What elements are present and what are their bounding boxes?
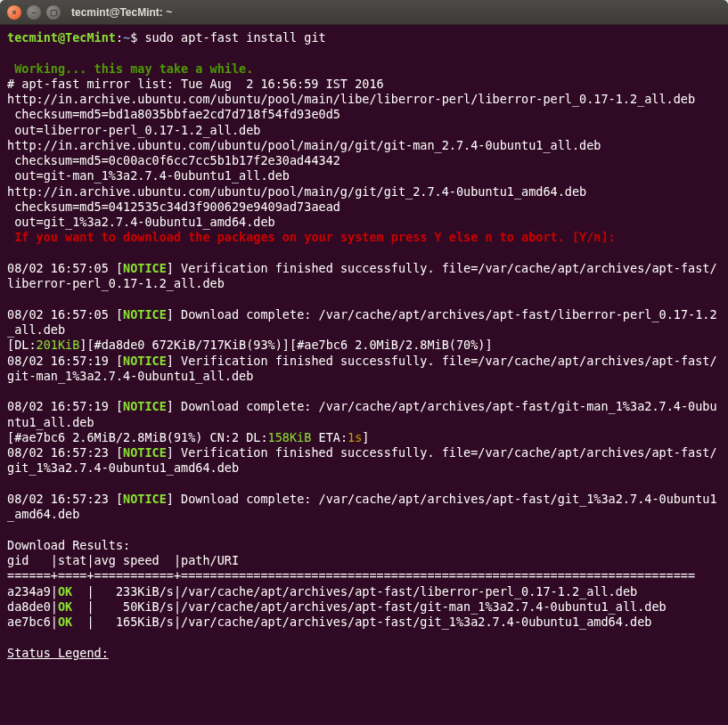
working-line: Working... this may take a while. (7, 61, 253, 76)
row-3-status: OK (58, 615, 72, 629)
url-2: http://in.archive.ubuntu.com/ubuntu/pool… (7, 138, 601, 152)
terminal-window: × – ▢ tecmint@TecMint: ~ tecmint@TecMint… (0, 0, 728, 725)
results-columns: gid |stat|avg speed |path/URI (7, 553, 239, 567)
notice-label: NOTICE (123, 399, 167, 413)
results-header: Download Results: (7, 538, 130, 552)
progress-1-post: ][#da8de0 672KiB/717KiB(93%)][#ae7bc6 2.… (79, 338, 492, 352)
out-3: out=git_1%3a2.7.4-0ubuntu1_amd64.deb (7, 215, 275, 229)
row-1-gid: a234a9| (7, 584, 58, 599)
window-title: tecmint@TecMint: ~ (71, 6, 172, 19)
progress-2-mid: ETA: (311, 430, 348, 444)
mirror-list-line: # apt-fast mirror list: Tue Aug 2 16:56:… (7, 77, 384, 91)
progress-2-pre: [#ae7bc6 2.6MiB/2.8MiB(91%) CN:2 DL: (7, 430, 268, 444)
progress-2-dl: 158KiB (268, 430, 312, 444)
progress-2-eta: 1s (348, 430, 362, 444)
notice-label: NOTICE (123, 307, 167, 322)
checksum-2: checksum=md5=0c00ac0f6cc7cc5b1b17f2e30ad… (7, 153, 340, 167)
ts-6: 08/02 16:57:23 [ (7, 492, 123, 506)
notice-label: NOTICE (123, 445, 167, 460)
notice-label: NOTICE (123, 492, 167, 506)
ts-4: 08/02 16:57:19 [ (7, 399, 123, 413)
row-2-gid: da8de0| (7, 599, 58, 614)
url-3: http://in.archive.ubuntu.com/ubuntu/pool… (7, 184, 586, 199)
row-1-status: OK (58, 584, 72, 599)
confirm-prompt: If you want to download the packages on … (7, 230, 616, 244)
terminal-body[interactable]: tecmint@TecMint:~$ sudo apt-fast install… (0, 25, 728, 725)
row-2-status: OK (58, 599, 72, 614)
results-separator: ======+====+===========+================… (7, 568, 695, 582)
row-3-rest: | 165KiB/s|/var/cache/apt/archives/apt-f… (72, 615, 651, 629)
notice-label: NOTICE (123, 354, 167, 368)
prompt-symbol: $ (130, 30, 137, 45)
progress-1-dl: 201KiB (37, 338, 80, 352)
notice-label: NOTICE (123, 261, 167, 275)
row-2-rest: | 50KiB/s|/var/cache/apt/archives/apt-fa… (72, 599, 666, 614)
progress-2-post: ] (362, 430, 369, 444)
checksum-3: checksum=md5=0412535c34d3f900629e9409ad7… (7, 200, 340, 214)
row-3-gid: ae7bc6| (7, 615, 58, 629)
checksum-1: checksum=md5=bd1a8035bbfae2cd7d718f54fd9… (7, 107, 340, 121)
close-icon[interactable]: × (7, 5, 21, 20)
out-2: out=git-man_1%3a2.7.4-0ubuntu1_all.deb (7, 168, 290, 183)
titlebar[interactable]: × – ▢ tecmint@TecMint: ~ (0, 0, 728, 25)
ts-3: 08/02 16:57:19 [ (7, 354, 123, 368)
progress-1-pre: [DL: (7, 338, 37, 352)
prompt-user-host: tecmint@TecMint (7, 30, 116, 45)
minimize-icon[interactable]: – (27, 5, 41, 20)
maximize-icon[interactable]: ▢ (46, 5, 61, 20)
out-1: out=liberror-perl_0.17-1.2_all.deb (7, 123, 260, 137)
row-1-rest: | 233KiB/s|/var/cache/apt/archives/apt-f… (72, 584, 637, 599)
url-1: http://in.archive.ubuntu.com/ubuntu/pool… (7, 92, 695, 106)
prompt-path: ~ (123, 30, 130, 45)
status-legend: Status Legend: (7, 646, 109, 660)
command-text: sudo apt-fast install git (144, 30, 325, 45)
ts-2: 08/02 16:57:05 [ (7, 307, 123, 322)
ts-5: 08/02 16:57:23 [ (7, 445, 123, 460)
ts-1: 08/02 16:57:05 [ (7, 261, 123, 275)
